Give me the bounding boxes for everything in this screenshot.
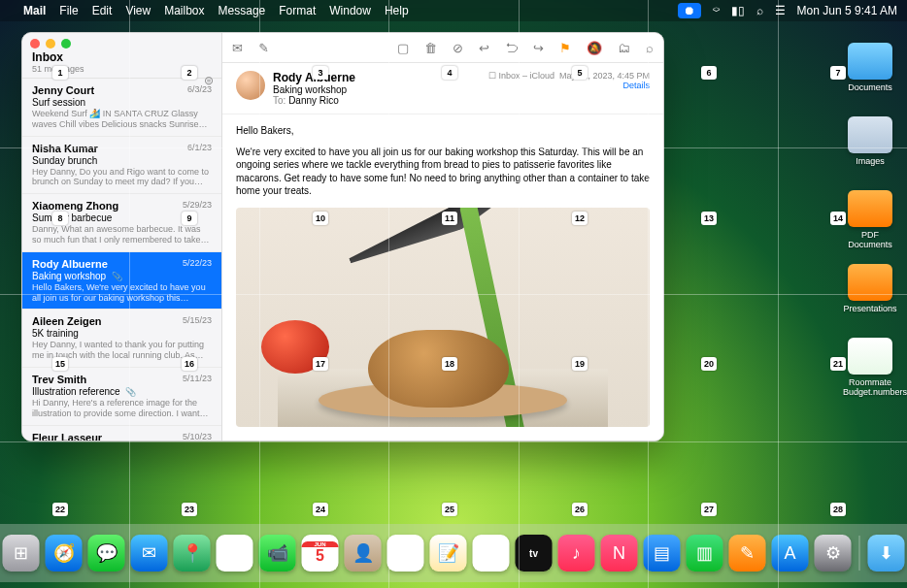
menu-view[interactable]: View xyxy=(125,4,151,17)
menu-format[interactable]: Format xyxy=(279,4,316,17)
header-subject: Baking workshop xyxy=(273,84,355,95)
envelope-icon[interactable]: ✉︎ xyxy=(232,41,243,55)
battery-icon[interactable]: ▮▯ xyxy=(731,4,745,17)
dock-safari[interactable]: 🧭 xyxy=(46,535,83,572)
grid-cell-24[interactable]: 24 xyxy=(313,503,328,516)
dock-news[interactable]: N xyxy=(601,535,638,572)
msg-sender: Rody Albuerne xyxy=(32,258,108,270)
desktop-icon-presentations[interactable]: Presentations xyxy=(843,264,897,313)
menubar-app-name[interactable]: Mail xyxy=(23,4,46,17)
menu-help[interactable]: Help xyxy=(385,4,409,17)
desktop[interactable]: Mail FileEditViewMailboxMessageFormatWin… xyxy=(0,0,907,588)
reply-icon[interactable]: ↩︎ xyxy=(479,41,489,55)
dock-maps[interactable]: 📍 xyxy=(174,535,211,572)
message-row[interactable]: Xiaomeng Zhong5/29/23Summer barbecueDann… xyxy=(22,194,221,252)
msg-date: 5/29/23 xyxy=(183,200,212,212)
flag-icon[interactable]: ⚑ xyxy=(559,41,571,55)
junk-icon[interactable]: ⊘ xyxy=(453,41,463,55)
grid-cell-26[interactable]: 26 xyxy=(572,503,588,516)
desktop-icon-roommate-budget-numbers[interactable]: Roommate Budget.numbers xyxy=(843,338,897,397)
message-row[interactable]: Jenny Court6/3/23Surf sessionWeekend Sur… xyxy=(22,79,221,137)
header-mailbox: ☐ Inbox – iCloud xyxy=(488,71,554,81)
traffic-lights xyxy=(30,39,71,49)
msg-sender: Fleur Lasseur xyxy=(32,432,102,441)
grid-cell-28[interactable]: 28 xyxy=(830,503,846,516)
desktop-icon-images[interactable]: Images xyxy=(843,116,897,166)
dock-mail[interactable]: ✉︎ xyxy=(131,535,168,572)
dock-facetime[interactable]: 📹 xyxy=(259,535,296,572)
msg-subject: Illustration reference 📎 xyxy=(32,386,212,397)
menu-edit[interactable]: Edit xyxy=(92,4,113,17)
dock-pages[interactable]: ✎ xyxy=(729,535,766,572)
message-row[interactable]: Trev Smith5/11/23Illustration reference … xyxy=(22,368,221,426)
msg-preview: Weekend Surf 🏄 IN SANTA CRUZ Glassy wave… xyxy=(32,109,212,130)
dock-notes[interactable]: 📝 xyxy=(430,535,467,572)
dock-photos[interactable]: ✿ xyxy=(217,535,253,572)
menubar-clock[interactable]: Mon Jun 5 9:41 AM xyxy=(797,4,897,17)
body-greeting: Hello Bakers, xyxy=(236,124,650,138)
dock-messages[interactable]: 💬 xyxy=(88,535,125,572)
menu-message[interactable]: Message xyxy=(218,4,266,17)
dock[interactable]: 🙂⊞🧭💬✉︎📍✿📹JUN5👤☰📝✎tv♪N▤▥✎A⚙︎⬇︎🗑 xyxy=(0,524,907,582)
dock-numbers[interactable]: ▥ xyxy=(687,535,723,572)
spotlight-icon[interactable]: ⌕ xyxy=(756,4,763,17)
mail-window[interactable]: Inbox 51 messages ⊜ Jenny Court6/3/23Sur… xyxy=(21,32,664,441)
compose-icon[interactable]: ✎ xyxy=(258,41,269,55)
grid-cell-20[interactable]: 20 xyxy=(701,357,717,371)
folder-icon xyxy=(848,338,892,375)
mute-icon[interactable]: 🔕 xyxy=(587,41,602,55)
dock-keynote[interactable]: ▤ xyxy=(644,535,681,572)
reply-all-icon[interactable]: ⮌ xyxy=(505,41,518,55)
dock-settings[interactable]: ⚙︎ xyxy=(815,535,852,572)
forward-icon[interactable]: ↪︎ xyxy=(533,41,544,55)
header-to-label: To: xyxy=(273,95,286,106)
message-list[interactable]: Jenny Court6/3/23Surf sessionWeekend Sur… xyxy=(22,79,221,441)
trash-icon[interactable]: 🗑 xyxy=(424,41,437,55)
voice-control-icon[interactable]: ⏺ xyxy=(678,3,701,18)
dock-freeform[interactable]: ✎ xyxy=(473,535,510,572)
minimize-icon[interactable] xyxy=(46,39,55,49)
msg-subject: Sunday brunch xyxy=(32,155,212,166)
body-text: We're very excited to have you all join … xyxy=(236,146,650,198)
message-row[interactable]: Nisha Kumar6/1/23Sunday brunchHey Danny,… xyxy=(22,137,221,195)
message-row[interactable]: Fleur Lasseur5/10/23Baseball team fundra… xyxy=(22,426,221,441)
dock-calendar[interactable]: JUN5 xyxy=(302,535,339,572)
details-link[interactable]: Details xyxy=(622,81,650,90)
grid-cell-22[interactable]: 22 xyxy=(52,503,68,516)
msg-subject: Summer barbecue xyxy=(32,212,212,223)
menu-window[interactable]: Window xyxy=(329,4,371,17)
dock-reminders[interactable]: ☰ xyxy=(387,535,424,572)
inbox-title: Inbox xyxy=(32,50,212,64)
dock-music[interactable]: ♪ xyxy=(558,535,595,572)
desktop-icon-documents[interactable]: Documents xyxy=(843,43,897,92)
folder-icon xyxy=(848,116,892,153)
header-to: Danny Rico xyxy=(288,95,339,106)
menu-mailbox[interactable]: Mailbox xyxy=(164,4,204,17)
attachment-icon: 📎 xyxy=(123,387,137,397)
control-center-icon[interactable]: ☰ xyxy=(775,4,786,17)
desktop-icon-pdf-documents[interactable]: PDF Documents xyxy=(843,190,897,249)
dock-appstore[interactable]: A xyxy=(772,535,809,572)
grid-cell-23[interactable]: 23 xyxy=(182,503,197,516)
grid-cell-13[interactable]: 13 xyxy=(701,212,717,225)
grid-cell-25[interactable]: 25 xyxy=(442,503,457,516)
msg-subject: Surf session xyxy=(32,97,212,108)
grid-cell-6[interactable]: 6 xyxy=(701,66,717,80)
close-icon[interactable] xyxy=(30,39,40,49)
wifi-icon[interactable]: ⌔ xyxy=(713,4,720,17)
message-row[interactable]: Aileen Zeigen5/15/235K trainingHey Danny… xyxy=(22,310,221,368)
dock-tv[interactable]: tv xyxy=(516,535,553,572)
grid-cell-27[interactable]: 27 xyxy=(701,503,717,516)
search-icon[interactable]: ⌕ xyxy=(646,41,654,55)
move-icon[interactable]: 🗂 xyxy=(618,41,630,55)
menubar: Mail FileEditViewMailboxMessageFormatWin… xyxy=(0,0,907,21)
dock-contacts[interactable]: 👤 xyxy=(345,535,382,572)
message-row[interactable]: Rody Albuerne5/22/23Baking workshop 📎Hel… xyxy=(22,252,221,310)
msg-preview: Hi Danny, Here's a reference image for t… xyxy=(32,398,212,419)
filter-icon[interactable]: ⊜ xyxy=(204,74,214,87)
zoom-icon[interactable] xyxy=(61,39,71,49)
dock-launchpad[interactable]: ⊞ xyxy=(3,535,40,572)
menu-file[interactable]: File xyxy=(59,4,78,17)
dock-downloads[interactable]: ⬇︎ xyxy=(868,535,905,572)
archive-icon[interactable]: ▢ xyxy=(397,41,409,55)
